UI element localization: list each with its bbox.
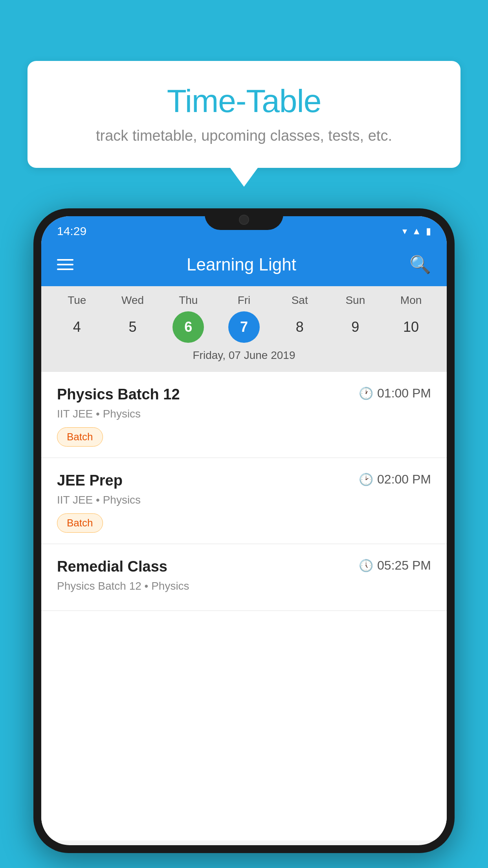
calendar-strip: Tue Wed Thu Fri Sat Sun Mon 4 5 6 7 8 9 … <box>41 286 447 372</box>
schedule-item-2[interactable]: JEE Prep 🕑 02:00 PM IIT JEE • Physics Ba… <box>41 458 447 544</box>
item-3-header: Remedial Class 🕔 05:25 PM <box>57 558 431 575</box>
day-name-tue: Tue <box>61 294 93 307</box>
schedule-item-3[interactable]: Remedial Class 🕔 05:25 PM Physics Batch … <box>41 544 447 611</box>
day-name-thu: Thu <box>172 294 204 307</box>
day-4[interactable]: 4 <box>61 311 93 343</box>
item-2-subject: IIT JEE • Physics <box>57 494 431 506</box>
item-2-time: 🕑 02:00 PM <box>359 472 431 487</box>
item-3-subject: Physics Batch 12 • Physics <box>57 580 431 592</box>
app-title: Learning Light <box>187 255 296 274</box>
schedule-item-1[interactable]: Physics Batch 12 🕐 01:00 PM IIT JEE • Ph… <box>41 372 447 458</box>
clock-icon-1: 🕐 <box>359 386 373 400</box>
day-name-wed: Wed <box>117 294 149 307</box>
item-1-time: 🕐 01:00 PM <box>359 386 431 401</box>
day-10[interactable]: 10 <box>395 311 427 343</box>
signal-icon: ▲ <box>412 226 421 237</box>
schedule-content: Physics Batch 12 🕐 01:00 PM IIT JEE • Ph… <box>41 372 447 840</box>
app-bar: Learning Light 🔍 <box>41 243 447 286</box>
status-icons: ▾ ▲ ▮ <box>402 226 431 237</box>
hamburger-menu-icon[interactable] <box>57 259 73 270</box>
item-1-title: Physics Batch 12 <box>57 386 180 403</box>
phone-camera <box>239 215 249 225</box>
day-9[interactable]: 9 <box>339 311 371 343</box>
days-numbers: 4 5 6 7 8 9 10 <box>41 311 447 343</box>
phone-container: 14:29 ▾ ▲ ▮ Learning Light 🔍 <box>33 208 455 853</box>
status-time: 14:29 <box>57 224 86 238</box>
clock-icon-2: 🕑 <box>359 473 373 486</box>
speech-bubble-container: Time-Table track timetable, upcoming cla… <box>28 61 460 168</box>
clock-icon-3: 🕔 <box>359 559 373 572</box>
phone-notch <box>205 208 283 230</box>
wifi-icon: ▾ <box>402 226 407 237</box>
day-5[interactable]: 5 <box>117 311 149 343</box>
item-3-title: Remedial Class <box>57 558 167 575</box>
days-header: Tue Wed Thu Fri Sat Sun Mon <box>41 294 447 307</box>
phone-screen: 14:29 ▾ ▲ ▮ Learning Light 🔍 <box>41 216 447 845</box>
selected-date-label: Friday, 07 June 2019 <box>41 349 447 368</box>
battery-icon: ▮ <box>426 226 431 237</box>
day-8[interactable]: 8 <box>284 311 316 343</box>
item-1-subject: IIT JEE • Physics <box>57 408 431 420</box>
bubble-subtitle: track timetable, upcoming classes, tests… <box>51 127 437 144</box>
item-2-title: JEE Prep <box>57 472 123 489</box>
speech-bubble: Time-Table track timetable, upcoming cla… <box>28 61 460 168</box>
day-6-today[interactable]: 6 <box>172 311 204 343</box>
search-icon[interactable]: 🔍 <box>409 254 431 275</box>
day-7-selected[interactable]: 7 <box>228 311 260 343</box>
item-2-header: JEE Prep 🕑 02:00 PM <box>57 472 431 489</box>
day-name-sun: Sun <box>339 294 371 307</box>
item-1-header: Physics Batch 12 🕐 01:00 PM <box>57 386 431 403</box>
day-name-fri: Fri <box>228 294 260 307</box>
item-2-badge: Batch <box>57 513 103 533</box>
bubble-title: Time-Table <box>51 83 437 120</box>
day-name-sat: Sat <box>284 294 316 307</box>
phone-frame: 14:29 ▾ ▲ ▮ Learning Light 🔍 <box>33 208 455 853</box>
day-name-mon: Mon <box>395 294 427 307</box>
item-3-time: 🕔 05:25 PM <box>359 558 431 573</box>
item-1-badge: Batch <box>57 427 103 447</box>
